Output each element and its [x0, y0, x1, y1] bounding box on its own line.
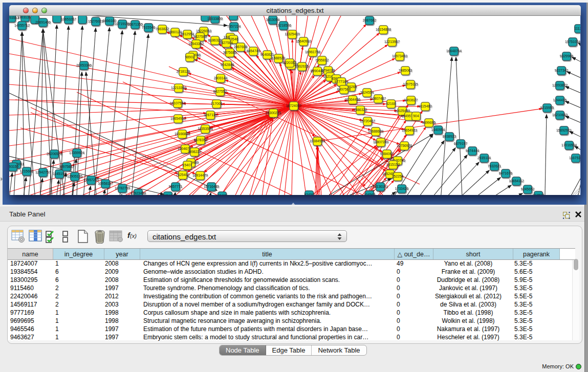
svg-text:25300215: 25300215 [266, 111, 281, 115]
svg-text:87969: 87969 [163, 194, 173, 195]
svg-text:8427552: 8427552 [213, 90, 227, 93]
svg-text:8215955: 8215955 [540, 106, 554, 110]
svg-text:10958117: 10958117 [98, 182, 113, 185]
svg-text:15716485: 15716485 [204, 185, 219, 188]
svg-text:904: 904 [413, 114, 419, 118]
svg-text:8454749: 8454749 [247, 49, 260, 53]
svg-text:7986322: 7986322 [354, 108, 367, 112]
svg-text:9084067: 9084067 [380, 152, 394, 156]
svg-text:15276021: 15276021 [88, 19, 103, 23]
svg-text:252254: 252254 [392, 174, 404, 178]
svg-text:7485063: 7485063 [399, 69, 412, 72]
svg-text:9227342: 9227342 [555, 69, 569, 72]
svg-text:14136141: 14136141 [373, 185, 388, 188]
svg-text:7663822: 7663822 [156, 27, 169, 31]
svg-text:3875685: 3875685 [223, 51, 237, 54]
svg-text:15692971: 15692971 [556, 128, 572, 132]
svg-text:16107553: 16107553 [170, 101, 185, 105]
svg-text:2718126: 2718126 [177, 70, 190, 73]
svg-text:7632621: 7632621 [488, 164, 502, 168]
svg-text:9474444: 9474444 [466, 149, 480, 152]
svg-text:21364436: 21364436 [345, 98, 360, 101]
svg-text:19654912: 19654912 [170, 117, 186, 120]
svg-text:10975887: 10975887 [59, 165, 74, 168]
svg-text:12093872: 12093872 [552, 83, 568, 87]
svg-text:6497568: 6497568 [337, 87, 351, 91]
svg-text:10654112: 10654112 [509, 179, 524, 183]
svg-text:16671355: 16671355 [127, 23, 143, 26]
svg-text:15720407: 15720407 [360, 119, 375, 123]
svg-text:8471676: 8471676 [499, 171, 513, 175]
svg-text:9463627: 9463627 [404, 98, 418, 102]
svg-text:104562: 104562 [364, 193, 376, 195]
svg-text:19654923: 19654923 [402, 128, 417, 132]
svg-text:1733426: 1733426 [395, 187, 409, 190]
svg-text:1145194: 1145194 [53, 172, 66, 176]
svg-text:12213967: 12213967 [384, 40, 400, 43]
svg-text:3624554: 3624554 [360, 91, 374, 94]
svg-text:7357224: 7357224 [227, 25, 241, 28]
svg-text:10973493: 10973493 [392, 54, 407, 58]
svg-text:9860124: 9860124 [168, 30, 182, 34]
svg-text:15640910: 15640910 [296, 39, 311, 43]
svg-text:10688609: 10688609 [368, 129, 383, 133]
svg-text:17957255: 17957255 [83, 178, 99, 182]
svg-text:9115460: 9115460 [419, 104, 432, 108]
svg-text:10807487: 10807487 [371, 97, 386, 100]
svg-text:3498222: 3498222 [188, 150, 202, 154]
svg-text:7955812: 7955812 [315, 58, 329, 62]
svg-text:16782759: 16782759 [115, 186, 130, 190]
svg-text:17359924: 17359924 [69, 151, 84, 155]
svg-text:62160: 62160 [386, 102, 396, 105]
svg-text:15751074: 15751074 [565, 40, 580, 43]
svg-text:717006: 717006 [211, 102, 223, 105]
svg-text:18807249: 18807249 [373, 140, 388, 144]
svg-text:2803144: 2803144 [214, 76, 228, 80]
svg-text:98902: 98902 [185, 55, 195, 59]
svg-text:20053346: 20053346 [76, 63, 92, 67]
svg-text:9827500: 9827500 [193, 35, 207, 38]
svg-text:9699695: 9699695 [422, 121, 436, 124]
svg-text:8912954: 8912954 [181, 32, 194, 36]
svg-text:10756928: 10756928 [397, 144, 412, 147]
svg-text:8938923: 8938923 [443, 135, 456, 138]
svg-text:7515546: 7515546 [142, 26, 156, 29]
svg-text:11353594: 11353594 [198, 127, 213, 130]
svg-text:19166825: 19166825 [175, 132, 190, 136]
svg-text:18724007: 18724007 [286, 104, 301, 107]
svg-text:16961758: 16961758 [305, 50, 320, 54]
svg-text:1640954: 1640954 [431, 128, 445, 132]
svg-text:16543362: 16543362 [188, 42, 204, 46]
svg-text:6879197: 6879197 [454, 142, 468, 145]
svg-text:16648764: 16648764 [446, 49, 462, 53]
svg-text:2867608: 2867608 [234, 45, 248, 49]
svg-text:9329966: 9329966 [560, 54, 574, 58]
svg-text:8220357: 8220357 [283, 61, 297, 64]
svg-text:16154808: 16154808 [376, 28, 391, 31]
svg-text:11123: 11123 [574, 27, 580, 30]
svg-text:12905135: 12905135 [67, 174, 82, 178]
svg-text:9146821: 9146821 [260, 53, 274, 56]
svg-text:20691406: 20691406 [35, 20, 51, 24]
svg-text:1215682: 1215682 [20, 169, 34, 173]
svg-text:3267110: 3267110 [204, 113, 217, 117]
svg-text:3813054: 3813054 [266, 18, 280, 21]
svg-text:11325419: 11325419 [285, 32, 300, 36]
svg-text:12213369: 12213369 [171, 86, 186, 90]
svg-text:393159: 393159 [9, 165, 19, 168]
svg-text:1588520: 1588520 [272, 56, 286, 60]
svg-text:16033809: 16033809 [207, 17, 223, 20]
svg-text:19218506: 19218506 [276, 24, 291, 27]
svg-text:16210643: 16210643 [552, 113, 568, 117]
svg-text:9827506: 9827506 [220, 41, 233, 45]
svg-text:924504: 924504 [533, 193, 545, 195]
svg-text:16914479: 16914479 [192, 173, 208, 177]
svg-text:12975115: 12975115 [403, 82, 418, 86]
svg-text:92450: 92450 [304, 193, 314, 195]
svg-text:17016504: 17016504 [561, 143, 577, 147]
svg-text:1362615: 1362615 [295, 64, 309, 68]
svg-text:6794028: 6794028 [321, 69, 335, 72]
svg-text:1815152: 1815152 [386, 163, 400, 166]
svg-text:9857771: 9857771 [169, 185, 183, 188]
svg-text:15407: 15407 [183, 163, 192, 167]
